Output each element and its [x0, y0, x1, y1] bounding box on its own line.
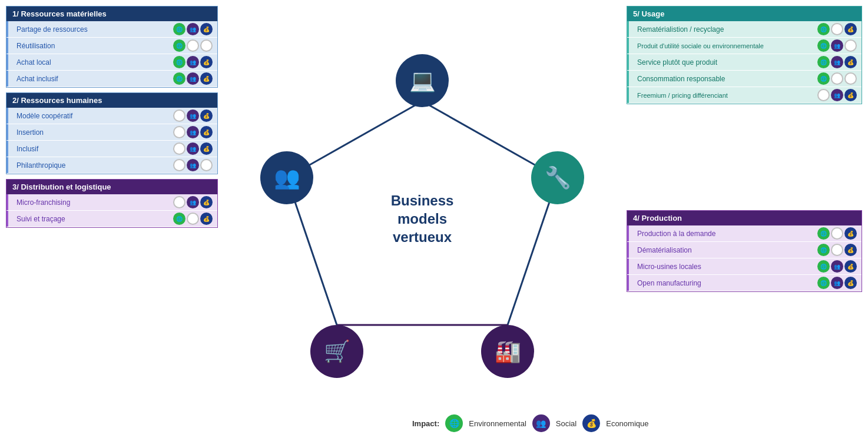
eco-icon-off: [200, 159, 213, 171]
item-label-insertion: Insertion: [16, 128, 173, 137]
section-2-items: Modèle coopératif 👥 💰 Insertion 👥 💰: [6, 108, 217, 173]
section-3-title: 3/ Distribution et logistique: [12, 182, 111, 191]
list-item: Freemium / pricing différenciant 👥 💰: [627, 87, 862, 103]
section-4-header: 4/ Production: [627, 211, 862, 225]
icon-set: 🌐: [817, 72, 857, 85]
node-right-icon: 🔧: [545, 165, 571, 190]
item-label: Service plutôt que produit: [637, 58, 817, 67]
social-icon: 👥: [187, 23, 199, 35]
center-line2: models: [391, 210, 454, 228]
item-label: Achat local: [16, 58, 173, 67]
list-item: Open manufacturing 🌐 👥 💰: [627, 275, 862, 291]
section-4-title: 4/ Production: [633, 214, 682, 223]
env-icon-off: [173, 126, 185, 138]
section-5-items: Rematérialistion / recyclage 🌐 💰 Produit…: [627, 21, 862, 103]
section-2-header: 2/ Ressources humaines: [6, 93, 217, 108]
pentagon-area: 💻 👥 🔧 🛒 🏭 Business models ver: [251, 48, 593, 390]
center-label: Business models vertueux: [391, 191, 454, 247]
icon-set: 🌐 👥 💰: [817, 277, 857, 289]
social-icon-off: [831, 244, 843, 256]
eco-icon: 💰: [844, 244, 857, 256]
list-item: Achat inclusif 🌐 👥 💰: [6, 71, 217, 87]
icon-set: 🌐 👥 💰: [817, 260, 857, 273]
icon-set: 🌐 💰: [817, 244, 857, 256]
social-icon: 👥: [831, 56, 843, 68]
legend-eco-label: Economique: [606, 419, 648, 428]
section-5-header: 5/ Usage: [627, 6, 862, 21]
eco-icon: 💰: [200, 126, 213, 138]
env-icon: 🌐: [817, 244, 830, 256]
list-item: Achat local 🌐 👥 💰: [6, 54, 217, 70]
icon-set: 🌐 💰: [817, 23, 857, 35]
node-left: 👥: [260, 151, 313, 204]
item-label: Achat inclusif: [16, 75, 173, 83]
list-item: Dématérialisation 🌐 💰: [627, 242, 862, 258]
legend-social-icon: 👥: [532, 414, 550, 432]
env-icon-off: [173, 110, 185, 122]
node-bottom-left: 🛒: [310, 325, 363, 378]
section-4-items: Production à la demande 🌐 💰 Dématérialis…: [627, 225, 862, 291]
node-left-icon: 👥: [274, 165, 300, 190]
list-item: Philanthropique 👥: [6, 157, 217, 173]
section-1-box: 1/ Ressources matérielles Partage de res…: [6, 6, 218, 88]
social-icon-off: [831, 72, 843, 85]
icon-set: 👥 💰: [173, 142, 213, 155]
item-label: Modèle coopératif: [16, 112, 173, 120]
list-item: Partage de ressources 🌐 👥 💰: [6, 21, 217, 37]
center-line3: vertueux: [391, 228, 454, 247]
eco-icon: 💰: [844, 23, 857, 35]
social-icon: 👥: [831, 277, 843, 289]
eco-icon-off: [844, 39, 857, 52]
list-item: Suivi et traçage 🌐 💰: [6, 211, 217, 227]
list-item: Inclusif 👥 💰: [6, 141, 217, 157]
item-label: Dématérialisation: [637, 246, 817, 254]
main-container: 1/ Ressources matérielles Partage de res…: [0, 0, 868, 438]
legend-label: Impact:: [412, 419, 439, 428]
social-icon-off: [831, 227, 843, 240]
item-label: Réutilisation: [16, 42, 173, 50]
list-item: Insertion 👥 💰: [6, 124, 217, 140]
legend-social-label: Social: [556, 419, 577, 428]
icon-set: 👥 💰: [173, 110, 213, 122]
eco-icon: 💰: [844, 277, 857, 289]
node-right: 🔧: [531, 151, 584, 204]
eco-icon: 💰: [200, 56, 213, 68]
icon-set: 🌐 💰: [817, 227, 857, 240]
eco-icon: 💰: [200, 213, 213, 225]
item-label: Production à la demande: [637, 230, 817, 238]
social-icon-off: [831, 23, 843, 35]
env-icon: 🌐: [173, 23, 185, 35]
list-item: Produit d'utilité sociale ou environneme…: [627, 38, 862, 54]
eco-icon-off: [844, 72, 857, 85]
eco-icon: 💰: [200, 110, 213, 122]
item-label: Philanthropique: [16, 161, 173, 170]
social-icon: 👥: [831, 89, 843, 101]
env-icon: 🌐: [817, 23, 830, 35]
env-icon-off: [817, 89, 830, 101]
item-label: Micro-usines locales: [637, 263, 817, 271]
item-label: Inclusif: [16, 145, 173, 153]
section-2-title: 2/ Ressources humaines: [12, 96, 102, 105]
icon-set: 🌐: [173, 39, 213, 52]
social-icon: 👥: [831, 39, 843, 52]
eco-icon: 💰: [844, 89, 857, 101]
legend-env-icon: 🌐: [445, 414, 463, 432]
list-item: Micro-usines locales 🌐 👥 💰: [627, 258, 862, 274]
section-2-box: 2/ Ressources humaines Modèle coopératif…: [6, 92, 218, 174]
list-item: Micro-franchising 👥 💰: [6, 194, 217, 210]
env-icon: 🌐: [173, 56, 185, 68]
section-4-box: 4/ Production Production à la demande 🌐 …: [627, 210, 862, 292]
env-icon: 🌐: [817, 277, 830, 289]
env-icon: 🌐: [173, 213, 185, 225]
icon-set: 🌐 👥 💰: [817, 56, 857, 68]
node-factory-icon: 🏭: [495, 339, 521, 364]
env-icon: 🌐: [173, 39, 185, 52]
icon-set: 🌐 👥 💰: [173, 72, 213, 85]
section-3-items: Micro-franchising 👥 💰 Suivi et traçage 🌐…: [6, 194, 217, 227]
legend-eco-icon: 💰: [582, 414, 600, 432]
section-1-title: 1/ Ressources matérielles: [12, 9, 107, 18]
item-label: Open manufacturing: [637, 279, 817, 287]
eco-icon: 💰: [200, 72, 213, 85]
section-1-items: Partage de ressources 🌐 👥 💰 Réutilisatio…: [6, 21, 217, 87]
icon-set: 🌐 👥 💰: [173, 56, 213, 68]
